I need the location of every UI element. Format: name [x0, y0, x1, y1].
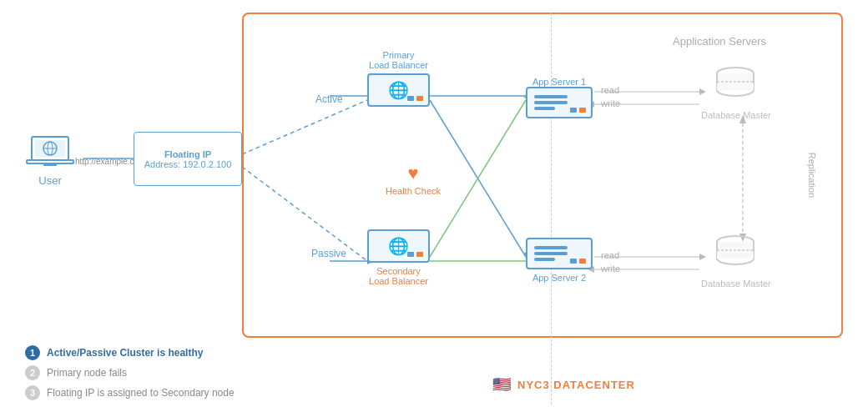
server2-indicators [570, 259, 586, 264]
svg-rect-32 [27, 160, 73, 163]
health-check-label: Health Check [386, 186, 441, 196]
legend-item-2: 2 Primary node fails [25, 365, 235, 380]
app-server-2: App Server 2 [526, 238, 593, 283]
app-server-1-label: App Server 1 [532, 77, 586, 87]
app-server-1-device [526, 87, 593, 118]
legend-text-3: Floating IP is assigned to Secondary nod… [47, 387, 235, 399]
replication-label: Replication [807, 153, 817, 198]
primary-lb: Primary Load Balancer 🌐 [367, 50, 430, 107]
section-divider [551, 13, 552, 404]
nyc3-datacenter: 🇺🇸 NYC3 DATACENTER [492, 375, 635, 394]
db-master-1-label: Database Master [701, 110, 771, 120]
app-servers-label: Application Servers [673, 35, 766, 48]
floating-ip-box: Floating IP Address: 192.0.2.100 [134, 132, 242, 186]
active-label: Active [315, 93, 343, 105]
server-lines [534, 95, 568, 110]
legend-badge-1: 1 [25, 345, 40, 360]
legend-item-1: 1 Active/Passive Cluster is healthy [25, 345, 235, 360]
user-label: User [38, 174, 61, 187]
nyc3-label: NYC3 DATACENTER [517, 379, 635, 391]
lb2-indicators [407, 252, 423, 257]
floating-ip-address: Address: 192.0.2.100 [144, 159, 232, 169]
laptop-icon [25, 133, 75, 171]
legend-text-2: Primary node fails [47, 367, 127, 379]
svg-rect-33 [43, 163, 57, 166]
legend-item-3: 3 Floating IP is assigned to Secondary n… [25, 385, 235, 400]
svg-rect-39 [717, 83, 754, 90]
lb-indicators [407, 96, 423, 101]
server1-indicators [570, 108, 586, 113]
primary-lb-device: 🌐 [367, 73, 430, 107]
db-master-2-icon [713, 234, 759, 275]
secondary-lb: 🌐 Secondary Load Balancer [367, 229, 430, 286]
db-master-2-label: Database Master [701, 279, 771, 289]
read-label-1: read [601, 85, 619, 95]
legend-badge-3: 3 [25, 385, 40, 400]
health-check: ♥ Health Check [386, 163, 441, 196]
db-master-2: Database Master [701, 234, 771, 289]
app-server-1: App Server 1 [526, 73, 593, 118]
floating-ip-title: Floating IP [164, 149, 211, 159]
svg-rect-46 [717, 252, 754, 259]
db-master-1: Database Master [701, 65, 771, 120]
read-label-2: read [601, 250, 619, 260]
legend-text-1: Active/Passive Cluster is healthy [47, 347, 203, 359]
legend: 1 Active/Passive Cluster is healthy 2 Pr… [25, 345, 235, 400]
primary-lb-label: Primary Load Balancer [369, 50, 428, 70]
legend-badge-2: 2 [25, 365, 40, 380]
secondary-lb-label: Secondary Load Balancer [369, 266, 428, 286]
heart-icon: ♥ [407, 163, 418, 184]
server-lines-2 [534, 246, 568, 261]
app-server-2-device [526, 238, 593, 269]
globe-icon: 🌐 [388, 80, 409, 100]
app-server-2-label: App Server 2 [532, 273, 586, 283]
globe-icon-2: 🌐 [388, 236, 409, 256]
us-flag-icon: 🇺🇸 [492, 375, 511, 394]
write-label-1: write [601, 98, 620, 108]
secondary-lb-device: 🌐 [367, 229, 430, 263]
passive-label: Passive [311, 248, 346, 259]
write-label-2: write [601, 264, 620, 274]
datacenter-box: Application Servers Replication [242, 13, 843, 338]
db-master-1-icon [713, 65, 759, 107]
user-section: User [25, 133, 75, 187]
